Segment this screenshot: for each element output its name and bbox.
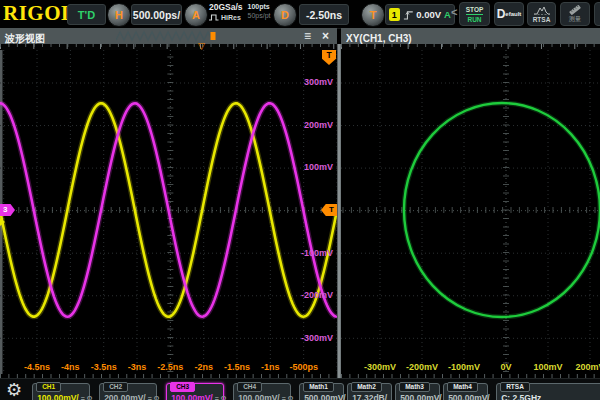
channel-tab: CH2: [103, 382, 128, 392]
channel-status-boxes: CH1100.00mV/=ΩCH2200.00mV/=ΩCH3100.00mV/…: [32, 381, 291, 400]
impedance-icon: Ω: [154, 395, 160, 400]
rising-edge-icon: [403, 8, 414, 22]
timebase-value[interactable]: 500.00ps/: [131, 4, 182, 25]
menu-icon[interactable]: ≡: [304, 29, 311, 43]
svg-text:-300mV: -300mV: [301, 333, 333, 343]
channel-tab: CH3: [170, 382, 195, 392]
svg-text:-300mV: -300mV: [364, 362, 396, 372]
math-status-math2[interactable]: Math217.32dB/: [347, 383, 392, 400]
trigger-settings[interactable]: 1 0.00V A: [385, 4, 455, 25]
dc-coupling-icon: =: [282, 395, 286, 400]
topbar: RIGOL T'D H 500.00ps/ A 20GSa/s HiRes 10…: [0, 0, 600, 29]
math-tab: Math1: [303, 382, 334, 392]
default-button[interactable]: Default: [494, 2, 524, 26]
waveform-plot[interactable]: 300mV200mV100mV-100mV-200mV-300mV-4.5ns-…: [0, 50, 337, 374]
math-status-math1[interactable]: Math1500.00mV/: [299, 383, 344, 400]
math-status-math4[interactable]: Math4500.00mV/: [443, 383, 488, 400]
svg-text:-2.5ns: -2.5ns: [157, 362, 183, 372]
oscilloscope-screen: RIGOL T'D H 500.00ps/ A 20GSa/s HiRes 10…: [0, 0, 600, 400]
acq-mode: HiRes: [221, 14, 241, 21]
trigger-knob[interactable]: T: [361, 3, 385, 27]
svg-text:200mV: 200mV: [304, 120, 333, 130]
acquire-knob[interactable]: A: [184, 3, 208, 27]
delay-knob[interactable]: D: [273, 3, 297, 27]
svg-text:100mV: 100mV: [533, 362, 562, 372]
channel-tab: CH1: [36, 382, 61, 392]
math-status-boxes: Math1500.00mV/Math217.32dB/Math3500.00mV…: [299, 381, 488, 400]
svg-text:-1ns: -1ns: [261, 362, 280, 372]
xy-plot[interactable]: -300mV-200mV-100mV0V100mV200mV: [341, 50, 600, 374]
impedance-icon: Ω: [221, 395, 227, 400]
horizontal-knob[interactable]: H: [107, 3, 131, 27]
math-tab: Math2: [351, 382, 382, 392]
math-scale: 17.32dB/: [352, 393, 387, 400]
svg-text:100mV: 100mV: [304, 162, 333, 172]
rtsa-tab: RTSA: [500, 382, 530, 392]
trigger-status-badge: T'D: [67, 4, 106, 25]
trigger-position-triangle[interactable]: ▽: [198, 42, 205, 51]
partial-button[interactable]: [594, 2, 600, 26]
trigger-coupling: A: [444, 9, 451, 20]
math-scale: 500.00mV/: [448, 393, 490, 400]
ruler-icon: [567, 4, 583, 15]
pulse-icon: [209, 14, 219, 21]
sample-interval: 50ps/pt: [248, 12, 271, 19]
svg-text:-500ps: -500ps: [289, 362, 318, 372]
svg-text:-200mV: -200mV: [406, 362, 438, 372]
rtsa-status-box[interactable]: RTSA C: 2.5GHz: [496, 383, 600, 400]
trigger-delay-value[interactable]: -2.50ns: [299, 4, 349, 25]
math-tab: Math4: [447, 382, 478, 392]
gear-icon[interactable]: ⚙: [6, 381, 22, 399]
channel-scale: 100.00mV/: [37, 393, 79, 400]
status-bar: ⚙ CH1100.00mV/=ΩCH2200.00mV/=ΩCH3100.00m…: [0, 378, 600, 400]
channel-status-ch4[interactable]: CH4100.00mV/=Ω: [233, 383, 291, 400]
sample-rate: 20GSa/s: [209, 2, 243, 12]
svg-text:0V: 0V: [500, 362, 511, 372]
channel-tab: CH4: [237, 382, 262, 392]
svg-text:-3ns: -3ns: [128, 362, 147, 372]
math-status-math3[interactable]: Math3500.00mV/: [395, 383, 440, 400]
impedance-icon: Ω: [87, 395, 93, 400]
svg-text:-1.5ns: -1.5ns: [224, 362, 250, 372]
channel-scale: 200.00mV/: [104, 393, 146, 400]
svg-text:-4.5ns: -4.5ns: [24, 362, 50, 372]
svg-text:-4ns: -4ns: [61, 362, 80, 372]
collapse-arrow-icon[interactable]: <: [451, 6, 457, 18]
rigol-logo: RIGOL: [3, 1, 76, 26]
dc-coupling-icon: =: [148, 395, 152, 400]
svg-text:300mV: 300mV: [304, 77, 333, 87]
channel-status-ch3[interactable]: CH3100.00mV/=Ω: [166, 383, 224, 400]
measure-button[interactable]: 测量: [560, 2, 590, 26]
xy-panel: XY(CH1, CH3) -300mV-200mV-100mV0V100mV20…: [341, 28, 600, 378]
impedance-icon: Ω: [288, 395, 294, 400]
display-area: 波形视图 ≡ × 300mV200mV100mV-100mV-200mV-300…: [0, 28, 600, 378]
dc-coupling-icon: =: [81, 395, 85, 400]
svg-text:-100mV: -100mV: [301, 248, 333, 258]
spectrum-icon: [533, 6, 551, 15]
trigger-source-badge: 1: [389, 8, 400, 21]
rtsa-button[interactable]: RTSA: [527, 2, 556, 26]
svg-text:-3.5ns: -3.5ns: [91, 362, 117, 372]
math-tab: Math3: [399, 382, 430, 392]
close-icon[interactable]: ×: [322, 29, 329, 43]
channel-scale: 100.00mV/: [238, 393, 280, 400]
channel-scale: 100.00mV/: [171, 393, 213, 400]
memory-depth: 100pts: [248, 3, 271, 10]
math-scale: 500.00mV/: [304, 393, 346, 400]
svg-text:200mV: 200mV: [575, 362, 600, 372]
math-scale: 500.00mV/: [400, 393, 442, 400]
svg-text:-200mV: -200mV: [301, 290, 333, 300]
svg-text:-2ns: -2ns: [194, 362, 213, 372]
waveform-view-panel: 波形视图 ≡ × 300mV200mV100mV-100mV-200mV-300…: [0, 28, 337, 378]
rtsa-center-freq: C: 2.5GHz: [501, 393, 541, 400]
dc-coupling-icon: =: [215, 395, 219, 400]
svg-text:-100mV: -100mV: [448, 362, 480, 372]
waveform-view-header[interactable]: 波形视图 ≡ ×: [0, 28, 337, 44]
xy-header[interactable]: XY(CH1, CH3): [341, 28, 600, 44]
acquisition-info[interactable]: 20GSa/s HiRes 100pts 50ps/pt: [209, 2, 271, 21]
trigger-level: 0.00V: [416, 9, 441, 20]
channel-status-ch2[interactable]: CH2200.00mV/=Ω: [99, 383, 157, 400]
stop-run-button[interactable]: STOP RUN: [459, 2, 490, 26]
channel-status-ch1[interactable]: CH1100.00mV/=Ω: [32, 383, 90, 400]
